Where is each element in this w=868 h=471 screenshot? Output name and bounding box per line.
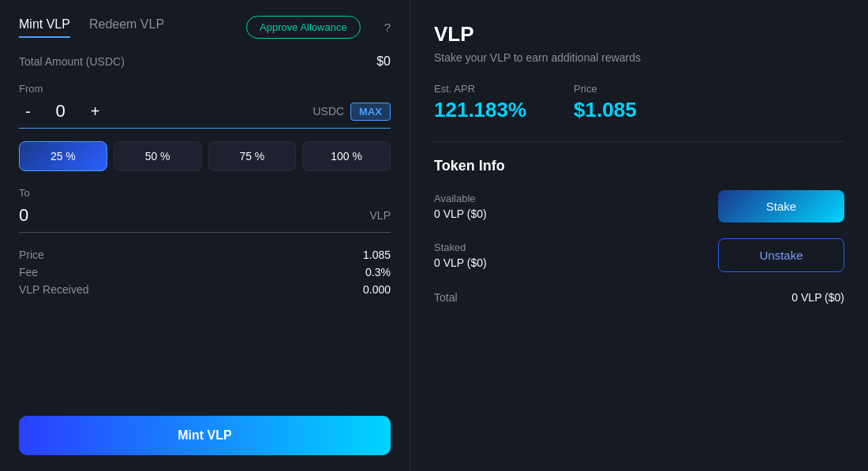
total-row: Total 0 VLP ($0) [434,291,844,304]
available-label: Available [434,193,487,204]
currency-label: USDC [312,105,344,118]
right-price-value: $1.085 [574,98,637,122]
apr-stat: Est. APR 121.183% [434,83,526,122]
available-value: 0 VLP ($0) [434,207,487,220]
amount-input[interactable] [37,101,84,121]
stake-button[interactable]: Stake [718,190,844,222]
help-icon[interactable]: ? [384,21,391,34]
app-container: Mint VLP Redeem VLP Approve Allowance ? … [0,0,868,471]
fee-label: Fee [19,266,38,278]
tabs-row: Mint VLP Redeem VLP Approve Allowance ? [19,16,391,39]
token-info-title: Token Info [434,158,844,174]
price-row: Price 1.085 [19,249,391,261]
tab-redeem[interactable]: Redeem VLP [89,17,164,38]
plus-button[interactable]: + [84,103,107,119]
staked-info: Staked 0 VLP ($0) [434,241,487,269]
from-input-row: - + USDC MAX [19,101,391,129]
total-value: 0 VLP ($0) [791,291,844,304]
tab-mint[interactable]: Mint VLP [19,17,70,38]
apr-price-row: Est. APR 121.183% Price $1.085 [434,83,844,122]
info-rows: Price 1.085 Fee 0.3% VLP Received 0.000 [19,249,391,301]
fee-value: 0.3% [365,266,391,278]
max-button[interactable]: MAX [350,103,391,121]
available-info: Available 0 VLP ($0) [434,193,487,220]
percent-25-button[interactable]: 25 % [19,141,107,171]
to-currency: VLP [370,209,391,222]
fee-row: Fee 0.3% [19,266,391,278]
mint-vlp-button[interactable]: Mint VLP [19,416,391,455]
total-amount-value: $0 [376,54,391,69]
price-label: Price [19,249,44,261]
staked-label: Staked [434,241,487,253]
from-label: From [19,83,391,95]
minus-button[interactable]: - [19,103,37,119]
apr-value: 121.183% [434,98,526,122]
vlp-title: VLP [434,22,844,47]
left-panel: Mint VLP Redeem VLP Approve Allowance ? … [0,0,410,471]
apr-label: Est. APR [434,83,526,95]
price-value: 1.085 [363,249,391,261]
vlp-subtitle: Stake your VLP to earn additional reward… [434,51,844,64]
available-row: Available 0 VLP ($0) Stake [434,190,844,222]
staked-value: 0 VLP ($0) [434,256,487,269]
staked-row: Staked 0 VLP ($0) Unstake [434,238,844,272]
unstake-button[interactable]: Unstake [718,238,844,272]
percent-50-button[interactable]: 50 % [114,141,202,171]
total-amount-label: Total Amount (USDC) [19,55,125,68]
to-amount: 0 [19,205,28,226]
to-label: To [19,187,391,199]
percent-75-button[interactable]: 75 % [208,141,297,171]
to-input-row: 0 VLP [19,205,391,233]
price-stat: Price $1.085 [574,83,637,122]
vlp-received-row: VLP Received 0.000 [19,283,391,296]
total-amount-row: Total Amount (USDC) $0 [19,54,391,69]
divider [434,141,844,142]
percent-row: 25 % 50 % 75 % 100 % [19,141,391,171]
right-panel: VLP Stake your VLP to earn additional re… [410,0,868,471]
percent-100-button[interactable]: 100 % [302,141,391,171]
right-price-label: Price [574,83,637,95]
vlp-received-label: VLP Received [19,283,88,296]
total-label: Total [434,291,458,304]
approve-allowance-button[interactable]: Approve Allowance [246,16,361,39]
vlp-received-value: 0.000 [363,283,391,296]
